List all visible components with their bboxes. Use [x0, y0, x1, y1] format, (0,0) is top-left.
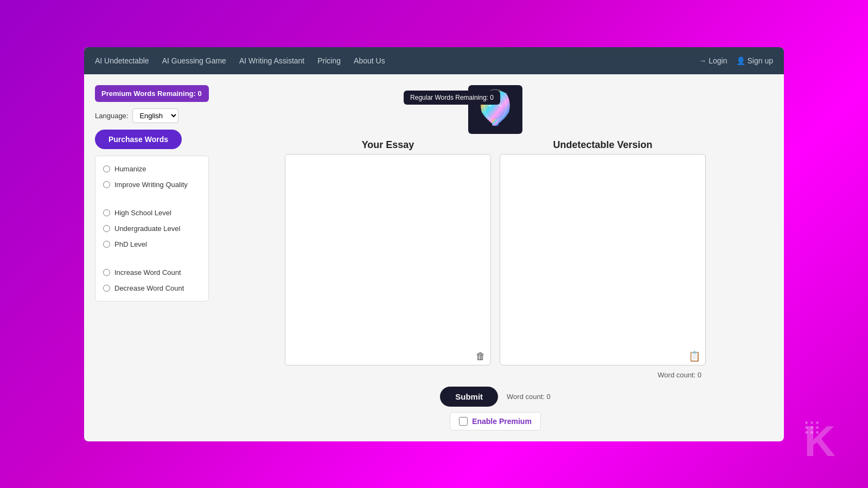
nav-item-pricing[interactable]: Pricing [317, 56, 341, 65]
premium-words-badge: Premium Words Remaining: 0 [95, 85, 209, 102]
undetectable-title: Undetectable Version [553, 139, 652, 151]
nav-item-about-us[interactable]: About Us [354, 56, 385, 65]
option-increase-word-count-label: Increase Word Count [114, 268, 181, 277]
top-center-row: Regular Words Remaining: 0 [218, 85, 773, 134]
navbar: AI Undetectable AI Guessing Game AI Writ… [84, 47, 784, 74]
option-increase-word-count[interactable]: Increase Word Count [103, 268, 201, 277]
undetectable-panel: Undetectable Version 📋 Word count: 0 [500, 139, 706, 379]
radio-decrease-word-count[interactable] [103, 285, 110, 292]
dots-decoration [805, 421, 819, 434]
language-row: Language: English Spanish French [95, 108, 209, 123]
submit-button[interactable]: Submit [440, 387, 498, 407]
option-humanize[interactable]: Humanize [103, 165, 201, 173]
essay-panel: Your Essay 🗑 [285, 139, 491, 379]
nav-item-ai-guessing-game[interactable]: AI Guessing Game [162, 56, 226, 65]
undetectable-textarea[interactable] [500, 154, 706, 365]
bottom-row: Submit Word count: 0 [440, 387, 551, 407]
nav-item-ai-writing-assistant[interactable]: AI Writing Assistant [239, 56, 304, 65]
enable-premium-checkbox[interactable] [459, 417, 468, 426]
essay-textarea[interactable] [285, 154, 491, 365]
word-count-label: Word count: 0 [507, 393, 551, 401]
divider-1 [103, 198, 201, 199]
nav-left: AI Undetectable AI Guessing Game AI Writ… [95, 56, 385, 65]
essay-title: Your Essay [362, 139, 414, 151]
radio-increase-word-count[interactable] [103, 269, 110, 276]
radio-undergraduate[interactable] [103, 225, 110, 232]
login-button[interactable]: → Login [699, 56, 727, 65]
signup-icon: 👤 [736, 56, 745, 65]
panels-row: Your Essay 🗑 Undetectable Version 📋 Word… [218, 139, 773, 379]
option-improve-writing-label: Improve Writing Quality [114, 181, 188, 189]
svg-rect-3 [492, 119, 499, 126]
option-phd[interactable]: PhD Level [103, 240, 201, 248]
option-high-school-label: High School Level [114, 209, 171, 217]
option-high-school[interactable]: High School Level [103, 209, 201, 217]
option-decrease-word-count-label: Decrease Word Count [114, 284, 184, 292]
radio-humanize[interactable] [103, 165, 110, 172]
sidebar: Premium Words Remaining: 0 Language: Eng… [95, 85, 209, 431]
option-phd-label: PhD Level [114, 240, 147, 248]
premium-row: Enable Premium [450, 412, 541, 431]
copy-icon[interactable]: 📋 [688, 350, 700, 362]
app-container: AI Undetectable AI Guessing Game AI Writ… [84, 47, 784, 441]
language-label: Language: [95, 112, 128, 120]
essay-textarea-wrapper: 🗑 [285, 154, 491, 368]
option-undergraduate-label: Undergraduate Level [114, 224, 180, 233]
option-humanize-label: Humanize [114, 165, 146, 173]
login-label: Login [709, 56, 727, 65]
radio-high-school[interactable] [103, 209, 110, 216]
options-box: Humanize Improve Writing Quality High Sc… [95, 156, 209, 301]
divider-2 [103, 258, 201, 259]
option-undergraduate[interactable]: Undergraduate Level [103, 224, 201, 233]
nav-right: → Login 👤 Sign up [699, 56, 773, 65]
radio-improve-writing[interactable] [103, 181, 110, 188]
enable-premium-label[interactable]: Enable Premium [472, 417, 532, 426]
language-select[interactable]: English Spanish French [132, 108, 178, 123]
undetectable-textarea-wrapper: 📋 [500, 154, 706, 368]
option-improve-writing[interactable]: Improve Writing Quality [103, 181, 201, 189]
trash-icon[interactable]: 🗑 [476, 351, 486, 362]
nav-item-ai-undetectable[interactable]: AI Undetectable [95, 56, 149, 65]
signup-button[interactable]: 👤 Sign up [736, 56, 773, 65]
undetectable-word-count: Word count: 0 [658, 371, 701, 379]
login-icon: → [699, 56, 706, 65]
purchase-words-button[interactable]: Purchase Words [95, 130, 182, 149]
radio-phd[interactable] [103, 241, 110, 248]
content-area: Premium Words Remaining: 0 Language: Eng… [84, 74, 784, 441]
signup-label: Sign up [748, 56, 773, 65]
main-area: Regular Words Remaining: 0 [218, 85, 773, 431]
option-decrease-word-count[interactable]: Decrease Word Count [103, 284, 201, 292]
regular-words-badge: Regular Words Remaining: 0 [404, 91, 500, 105]
